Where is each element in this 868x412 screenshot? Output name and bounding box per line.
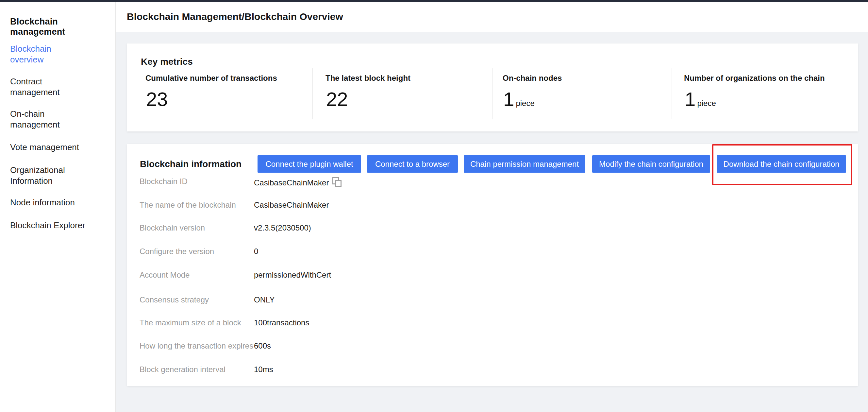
- info-value: v2.3.5(2030500): [254, 223, 311, 233]
- info-row-configure-version: Configure the version 0: [127, 247, 858, 257]
- modify-chain-configuration-button[interactable]: Modify the chain configuration: [592, 155, 710, 173]
- blockchain-information-title: Blockchain information: [140, 159, 242, 169]
- sidebar-item-node-information[interactable]: Node information: [10, 197, 85, 208]
- metric-divider: [312, 68, 313, 119]
- info-label: The name of the blockchain: [140, 201, 236, 210]
- info-row-account-mode: Account Mode permissionedWithCert: [127, 270, 858, 281]
- metric-value: 1piece: [503, 89, 535, 114]
- info-row-blockchain-version: Blockchain version v2.3.5(2030500): [127, 223, 858, 234]
- sidebar-item-on-chain-management[interactable]: On-chain management: [10, 109, 85, 130]
- info-row-block-generation-interval: Block generation interval 10ms: [127, 365, 858, 375]
- content-area: Key metrics Cumulative number of transac…: [116, 32, 868, 412]
- metric-unit: piece: [516, 99, 534, 108]
- info-label: Block generation interval: [140, 365, 225, 374]
- metric-unit: piece: [697, 99, 716, 108]
- info-label: Blockchain version: [140, 223, 205, 233]
- chain-permission-management-button[interactable]: Chain permission management: [464, 155, 585, 173]
- metric-value: 22: [326, 89, 350, 114]
- info-label: How long the transaction expires: [140, 342, 253, 351]
- info-value: permissionedWithCert: [254, 270, 331, 279]
- info-label: Blockchain ID: [140, 177, 188, 186]
- metric-label: Cumulative number of transactions: [146, 73, 277, 83]
- sidebar-item-contract-management[interactable]: Contract management: [10, 76, 85, 98]
- sidebar-item-blockchain-overview[interactable]: Blockchain overview: [10, 43, 85, 65]
- info-value: CasibaseChainMaker: [254, 201, 329, 210]
- info-value: 600s: [254, 342, 271, 351]
- sidebar-item-vote-management[interactable]: Vote management: [10, 142, 85, 153]
- metric-value: 1piece: [685, 89, 716, 114]
- metric-label: On-chain nodes: [503, 73, 562, 83]
- metric-label: Number of organizations on the chain: [684, 73, 825, 83]
- page-header: Blockchain Management/Blockchain Overvie…: [116, 2, 868, 32]
- connect-to-browser-button[interactable]: Connect to a browser: [367, 155, 458, 173]
- metric-divider: [672, 68, 672, 119]
- download-chain-configuration-button[interactable]: Download the chain configuration: [717, 155, 846, 173]
- info-row-transaction-expiry: How long the transaction expires 600s: [127, 342, 858, 352]
- key-metrics-card: Key metrics Cumulative number of transac…: [127, 43, 858, 131]
- info-value: ONLY: [254, 295, 275, 304]
- copy-icon[interactable]: [332, 177, 342, 189]
- info-row-max-block-size: The maximum size of a block 100transacti…: [127, 318, 858, 329]
- info-row-blockchain-id: Blockchain ID CasibaseChainMaker: [127, 177, 858, 187]
- sidebar-item-blockchain-explorer[interactable]: Blockchain Explorer: [10, 220, 85, 231]
- blockchain-information-card: Blockchain information Connect the plugi…: [127, 144, 858, 386]
- metric-divider: [493, 68, 493, 119]
- info-label: Configure the version: [140, 247, 214, 256]
- info-label: The maximum size of a block: [140, 318, 241, 327]
- connect-plugin-wallet-button[interactable]: Connect the plugin wallet: [257, 155, 361, 173]
- info-value: CasibaseChainMaker: [254, 177, 342, 189]
- metric-label: The latest block height: [326, 73, 410, 83]
- app-root: Blockchain management Blockchain overvie…: [0, 0, 868, 412]
- sidebar-item-organizational-information[interactable]: Organizational Information: [10, 165, 85, 186]
- metric-value: 23: [146, 89, 169, 114]
- info-row-consensus-strategy: Consensus strategy ONLY: [127, 295, 858, 306]
- info-label: Consensus strategy: [140, 295, 209, 304]
- top-accent-bar: [0, 0, 868, 2]
- info-row-blockchain-name: The name of the blockchain CasibaseChain…: [127, 201, 858, 211]
- info-value: 10ms: [254, 365, 273, 374]
- sidebar-title: Blockchain management: [10, 17, 115, 37]
- key-metrics-title: Key metrics: [141, 57, 193, 67]
- info-value: 0: [254, 247, 258, 256]
- info-value: 100transactions: [254, 318, 309, 327]
- sidebar: Blockchain management Blockchain overvie…: [0, 2, 116, 412]
- info-label: Account Mode: [140, 270, 190, 279]
- breadcrumb: Blockchain Management/Blockchain Overvie…: [127, 11, 343, 22]
